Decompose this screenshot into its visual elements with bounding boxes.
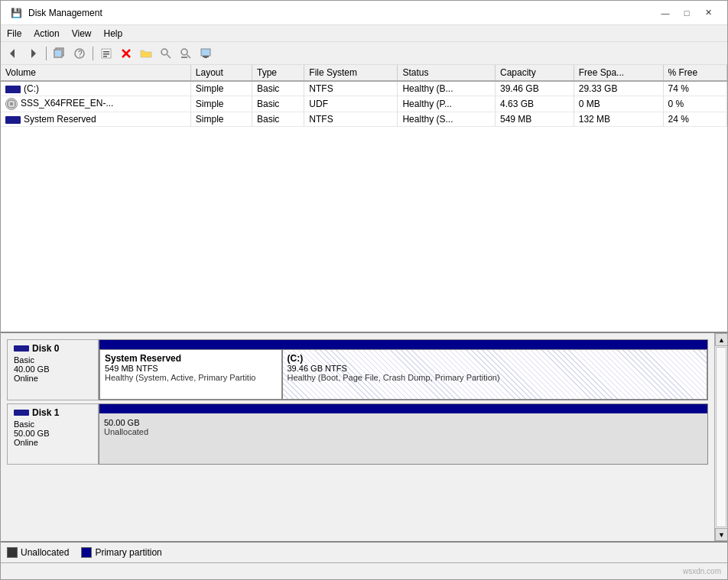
table-header-row: Volume Layout Type File System Status Ca… xyxy=(1,65,727,81)
volume-table-area[interactable]: Volume Layout Type File System Status Ca… xyxy=(1,65,727,333)
svg-rect-9 xyxy=(103,53,109,55)
svg-point-15 xyxy=(181,49,187,55)
col-capacity: Capacity xyxy=(495,65,574,81)
table-row[interactable]: (C:)SimpleBasicNTFSHealthy (B...39.46 GB… xyxy=(1,81,727,96)
disk-name-0: Disk 0 xyxy=(32,343,59,354)
cell-capacity: 549 MB xyxy=(495,112,574,127)
cell-type: Basic xyxy=(252,81,304,96)
legend-unallocated-box xyxy=(7,547,18,558)
disk-row-1: Disk 1 Basic 50.00 GB Online 50.00 GB Un… xyxy=(7,403,708,465)
legend-primary: Primary partition xyxy=(81,547,161,558)
status-bar: wsxdn.com xyxy=(1,562,727,579)
find-button[interactable] xyxy=(177,45,195,62)
svg-rect-4 xyxy=(55,50,61,57)
partition-status-c-drive: Healthy (Boot, Page File, Crash Dump, Pr… xyxy=(288,373,703,382)
scroll-thumb[interactable] xyxy=(716,347,726,527)
svg-point-13 xyxy=(161,49,167,55)
vertical-scrollbar[interactable]: ▲ ▼ xyxy=(714,333,727,541)
cell-volume: (C:) xyxy=(1,81,190,96)
cell-capacity: 39.46 GB xyxy=(495,81,574,96)
disk-map-area: Disk 0 Basic 40.00 GB Online System Rese… xyxy=(1,333,727,562)
partition-unallocated[interactable]: 50.00 GB Unallocated xyxy=(99,413,707,464)
disk-size-0: 40.00 GB xyxy=(14,365,92,374)
menu-action[interactable]: Action xyxy=(28,27,65,40)
cell-type: Basic xyxy=(252,112,304,127)
disk-partitions-1: 50.00 GB Unallocated xyxy=(99,403,708,465)
cell-free_space: 29.33 GB xyxy=(574,81,663,96)
svg-rect-19 xyxy=(203,56,209,57)
toolbar-separator-2 xyxy=(93,47,93,60)
cell-percent_free: 0 % xyxy=(663,96,726,112)
disk-row-0: Disk 0 Basic 40.00 GB Online System Rese… xyxy=(7,339,708,400)
cell-volume: System Reserved xyxy=(1,112,190,127)
toolbar: ? xyxy=(1,42,727,65)
partition-status-unallocated: Unallocated xyxy=(104,427,703,436)
cell-status: Healthy (P... xyxy=(398,96,496,112)
scroll-down-button[interactable]: ▼ xyxy=(715,528,727,541)
scroll-up-button[interactable]: ▲ xyxy=(715,333,727,346)
menu-bar: File Action View Help xyxy=(1,25,727,42)
partition-system-reserved[interactable]: System Reserved 549 MB NTFS Healthy (Sys… xyxy=(99,349,282,400)
disk-header-bar-0 xyxy=(99,340,707,349)
title-controls: — □ ✕ xyxy=(655,5,718,21)
cell-free_space: 132 MB xyxy=(574,112,663,127)
disk-partitions-row-1: 50.00 GB Unallocated xyxy=(99,413,707,464)
menu-file[interactable]: File xyxy=(1,27,28,40)
partition-c-drive[interactable]: (C:) 39.46 GB NTFS Healthy (Boot, Page F… xyxy=(282,349,708,400)
folder-button[interactable] xyxy=(137,45,155,62)
disk-name-1: Disk 1 xyxy=(32,407,59,418)
partition-name-c-drive: (C:) xyxy=(288,353,703,364)
cell-volume: SSS_X64FREE_EN-... xyxy=(1,96,190,112)
disk-status-0: Online xyxy=(14,374,92,383)
legend-unallocated-label: Unallocated xyxy=(21,547,69,558)
svg-rect-8 xyxy=(103,51,109,53)
delete-button[interactable] xyxy=(117,45,135,62)
cell-filesystem: NTFS xyxy=(304,112,398,127)
disk-header-bar-1 xyxy=(99,404,707,413)
close-button[interactable]: ✕ xyxy=(698,5,718,21)
svg-rect-10 xyxy=(103,56,107,57)
cell-layout: Simple xyxy=(190,96,252,112)
cell-layout: Simple xyxy=(190,81,252,96)
cell-capacity: 4.63 GB xyxy=(495,96,574,112)
forward-button[interactable] xyxy=(24,45,42,62)
table-row[interactable]: SSS_X64FREE_EN-...SimpleBasicUDFHealthy … xyxy=(1,96,727,112)
col-free-space: Free Spa... xyxy=(574,65,663,81)
menu-view[interactable]: View xyxy=(66,27,98,40)
title-bar: 💾 Disk Management — □ ✕ xyxy=(1,1,727,25)
toolbar-separator-1 xyxy=(46,47,47,60)
legend-bar: Unallocated Primary partition xyxy=(1,541,727,562)
svg-marker-0 xyxy=(10,49,15,58)
col-status: Status xyxy=(398,65,496,81)
disk-label-1: Disk 1 Basic 50.00 GB Online xyxy=(7,403,99,465)
cell-filesystem: UDF xyxy=(304,96,398,112)
cell-percent_free: 74 % xyxy=(663,81,726,96)
minimize-button[interactable]: — xyxy=(655,5,675,21)
table-row[interactable]: System ReservedSimpleBasicNTFSHealthy (S… xyxy=(1,112,727,127)
col-percent-free: % Free xyxy=(663,65,726,81)
back-button[interactable] xyxy=(4,45,22,62)
cell-free_space: 0 MB xyxy=(574,96,663,112)
up-button[interactable] xyxy=(50,45,69,62)
cell-type: Basic xyxy=(252,96,304,112)
col-type: Type xyxy=(252,65,304,81)
help-button[interactable]: ? xyxy=(70,45,89,62)
svg-line-14 xyxy=(167,54,171,58)
disk-partitions-0: System Reserved 549 MB NTFS Healthy (Sys… xyxy=(99,339,708,400)
title-bar-left: 💾 Disk Management xyxy=(10,7,102,19)
svg-rect-20 xyxy=(204,57,207,58)
partition-size-c-drive: 39.46 GB NTFS xyxy=(288,364,703,373)
rescan-button[interactable] xyxy=(197,45,215,62)
maximize-button[interactable]: □ xyxy=(677,5,697,21)
cell-percent_free: 24 % xyxy=(663,112,726,127)
col-volume: Volume xyxy=(1,65,190,81)
search-button[interactable] xyxy=(157,45,175,62)
col-layout: Layout xyxy=(190,65,252,81)
menu-help[interactable]: Help xyxy=(98,27,129,40)
disk-partitions-row-0: System Reserved 549 MB NTFS Healthy (Sys… xyxy=(99,349,707,400)
main-content: Volume Layout Type File System Status Ca… xyxy=(1,65,727,562)
svg-rect-18 xyxy=(201,49,210,56)
properties-button[interactable] xyxy=(97,45,115,62)
watermark: wsxdn.com xyxy=(683,567,721,575)
disk-management-window: 💾 Disk Management — □ ✕ File Action View… xyxy=(0,0,728,580)
